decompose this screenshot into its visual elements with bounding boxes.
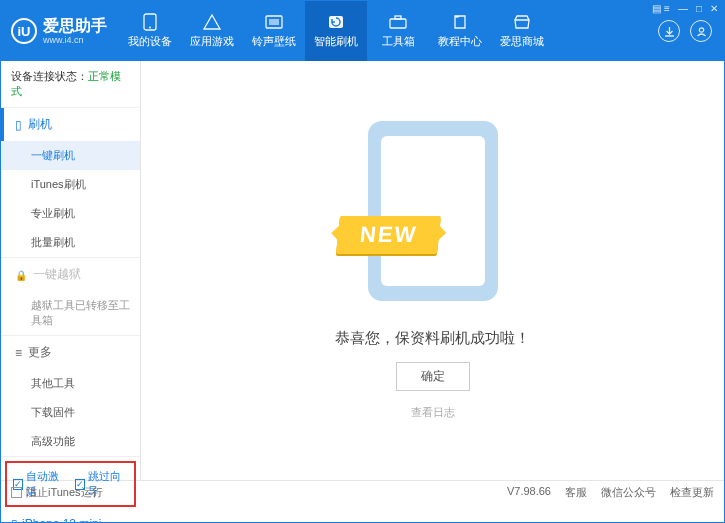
window-controls: ▤ ≡ — □ ✕ bbox=[652, 3, 718, 14]
checkbox-label: 阻止iTunes运行 bbox=[26, 485, 103, 500]
phone-icon: ▯ bbox=[15, 118, 22, 132]
logo: iU 爱思助手 www.i4.cn bbox=[1, 1, 119, 61]
sidebar-item-batch[interactable]: 批量刷机 bbox=[1, 228, 140, 257]
download-button[interactable] bbox=[658, 20, 680, 42]
jailbreak-note: 越狱工具已转移至工具箱 bbox=[1, 291, 140, 335]
phone-illustration bbox=[368, 121, 498, 301]
new-ribbon: NEW bbox=[336, 216, 441, 254]
nav-label: 应用游戏 bbox=[190, 34, 234, 49]
nav-apps[interactable]: 应用游戏 bbox=[181, 1, 243, 61]
header: ▤ ≡ — □ ✕ iU 爱思助手 www.i4.cn 我的设备 应用游戏 铃声… bbox=[1, 1, 724, 61]
nav-label: 工具箱 bbox=[382, 34, 415, 49]
sidebar-item-itunes[interactable]: iTunes刷机 bbox=[1, 170, 140, 199]
nav-device[interactable]: 我的设备 bbox=[119, 1, 181, 61]
sidebar-item-download[interactable]: 下载固件 bbox=[1, 398, 140, 427]
svg-point-7 bbox=[699, 27, 703, 31]
phone-icon: ▯ bbox=[11, 517, 18, 523]
nav-label: 我的设备 bbox=[128, 34, 172, 49]
list-icon bbox=[15, 346, 22, 360]
section-title: 一键越狱 bbox=[33, 266, 81, 283]
nav-tutorial[interactable]: 教程中心 bbox=[429, 1, 491, 61]
lock-icon bbox=[15, 268, 27, 282]
connection-status: 设备连接状态：正常模式 bbox=[1, 61, 140, 108]
illustration: NEW bbox=[368, 121, 498, 301]
app-url: www.i4.cn bbox=[43, 35, 107, 45]
main-content: NEW 恭喜您，保资料刷机成功啦！ 确定 查看日志 bbox=[141, 61, 724, 480]
section-flash-head[interactable]: ▯刷机 bbox=[1, 108, 140, 141]
body: 设备连接状态：正常模式 ▯刷机 一键刷机 iTunes刷机 专业刷机 批量刷机 … bbox=[1, 61, 724, 480]
success-message: 恭喜您，保资料刷机成功啦！ bbox=[335, 329, 530, 348]
check-update-link[interactable]: 检查更新 bbox=[670, 485, 714, 500]
nav-label: 铃声壁纸 bbox=[252, 34, 296, 49]
section-title: 更多 bbox=[28, 344, 52, 361]
refresh-icon bbox=[326, 14, 346, 30]
book-icon bbox=[450, 14, 470, 30]
support-link[interactable]: 客服 bbox=[565, 485, 587, 500]
nav-toolbox[interactable]: 工具箱 bbox=[367, 1, 429, 61]
close-button[interactable]: ✕ bbox=[710, 3, 718, 14]
section-jailbreak-head: 一键越狱 bbox=[1, 258, 140, 291]
logo-icon: iU bbox=[11, 18, 37, 44]
nav-label: 爱思商城 bbox=[500, 34, 544, 49]
nav-store[interactable]: 爱思商城 bbox=[491, 1, 553, 61]
svg-rect-5 bbox=[390, 19, 406, 28]
apps-icon bbox=[202, 14, 222, 30]
toolbox-icon bbox=[388, 14, 408, 30]
section-title: 刷机 bbox=[28, 116, 52, 133]
view-log-link[interactable]: 查看日志 bbox=[411, 405, 455, 420]
svg-point-1 bbox=[149, 26, 151, 28]
section-more: 更多 其他工具 下载固件 高级功能 bbox=[1, 336, 140, 457]
sidebar-item-pro[interactable]: 专业刷机 bbox=[1, 199, 140, 228]
ok-button[interactable]: 确定 bbox=[396, 362, 470, 391]
nav: 我的设备 应用游戏 铃声壁纸 智能刷机 工具箱 教程中心 爱思商城 bbox=[119, 1, 658, 61]
section-jailbreak: 一键越狱 越狱工具已转移至工具箱 bbox=[1, 258, 140, 336]
phone-screen bbox=[381, 136, 485, 286]
nav-label: 智能刷机 bbox=[314, 34, 358, 49]
svg-rect-3 bbox=[269, 19, 279, 25]
check-icon: ✓ bbox=[11, 487, 22, 498]
section-more-head[interactable]: 更多 bbox=[1, 336, 140, 369]
device-name-text: iPhone 12 mini bbox=[22, 517, 101, 523]
sidebar: 设备连接状态：正常模式 ▯刷机 一键刷机 iTunes刷机 专业刷机 批量刷机 … bbox=[1, 61, 141, 480]
store-icon bbox=[512, 14, 532, 30]
sidebar-item-oneclick[interactable]: 一键刷机 bbox=[1, 141, 140, 170]
user-button[interactable] bbox=[690, 20, 712, 42]
nav-ringtone[interactable]: 铃声壁纸 bbox=[243, 1, 305, 61]
sidebar-item-advanced[interactable]: 高级功能 bbox=[1, 427, 140, 456]
sidebar-item-other[interactable]: 其他工具 bbox=[1, 369, 140, 398]
checkbox-block-itunes[interactable]: ✓ 阻止iTunes运行 bbox=[11, 485, 103, 500]
version: V7.98.66 bbox=[507, 485, 551, 500]
maximize-button[interactable]: □ bbox=[696, 3, 702, 14]
svg-rect-6 bbox=[395, 16, 401, 19]
nav-flash[interactable]: 智能刷机 bbox=[305, 1, 367, 61]
phone-icon bbox=[140, 14, 160, 30]
device-info[interactable]: ▯iPhone 12 mini 64GB Down-12mini-13,1 bbox=[1, 511, 140, 523]
app-name: 爱思助手 bbox=[43, 17, 107, 35]
menu-icon[interactable]: ▤ ≡ bbox=[652, 3, 670, 14]
device-name: ▯iPhone 12 mini bbox=[11, 517, 130, 523]
minimize-button[interactable]: — bbox=[678, 3, 688, 14]
nav-label: 教程中心 bbox=[438, 34, 482, 49]
footer-right: V7.98.66 客服 微信公众号 检查更新 bbox=[507, 485, 714, 500]
wechat-link[interactable]: 微信公众号 bbox=[601, 485, 656, 500]
section-flash: ▯刷机 一键刷机 iTunes刷机 专业刷机 批量刷机 bbox=[1, 108, 140, 258]
wallpaper-icon bbox=[264, 14, 284, 30]
status-label: 设备连接状态： bbox=[11, 70, 88, 82]
